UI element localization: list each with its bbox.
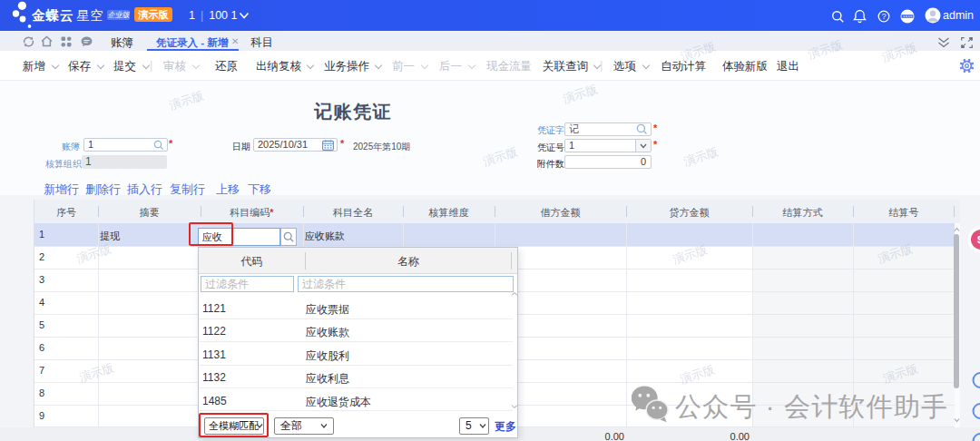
svg-text:?: ?: [882, 12, 887, 21]
